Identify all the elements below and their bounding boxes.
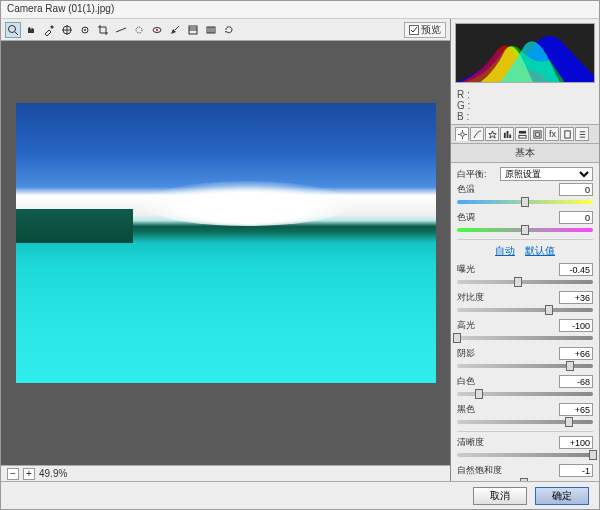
tab-split[interactable] [515,127,529,141]
prefs-icon[interactable] [203,22,219,38]
slider-shadows: 阴影 [457,347,593,371]
slider-exposure: 曝光 [457,263,593,287]
slider-label: 阴影 [457,347,475,360]
top-toolbar: 预览 [1,19,450,41]
svg-rect-26 [503,132,505,137]
svg-line-12 [175,26,179,30]
footer: 取消 确定 [1,481,599,509]
svg-text:fx: fx [548,130,556,139]
preview-toggle[interactable]: 预览 [404,22,446,38]
slider-label: 自然饱和度 [457,464,502,477]
slider-label: 曝光 [457,263,475,276]
slider-contrast: 对比度 [457,291,593,315]
crop-tool-icon[interactable] [95,22,111,38]
svg-rect-29 [518,130,525,133]
panel-title: 基本 [451,144,599,163]
tab-hsl[interactable] [500,127,514,141]
targeted-adjust-icon[interactable] [77,22,93,38]
slider-track[interactable] [457,277,593,287]
slider-value-input[interactable] [559,291,593,304]
svg-rect-28 [509,134,511,138]
color-sampler-icon[interactable] [59,22,75,38]
cancel-button[interactable]: 取消 [473,487,527,505]
tab-basic[interactable] [455,127,469,141]
panel-tabs: fx [451,124,599,144]
zoom-in-button[interactable]: + [23,468,35,480]
tab-detail[interactable] [485,127,499,141]
slider-track[interactable] [457,417,593,427]
svg-point-0 [9,25,16,32]
slider-track[interactable] [457,305,593,315]
svg-point-7 [84,29,86,31]
window-title: Camera Raw (01(1).jpg) [1,1,599,19]
rotate-icon[interactable] [221,22,237,38]
slider-label: 色温 [457,183,475,196]
straighten-tool-icon[interactable] [113,22,129,38]
slider-value-input[interactable] [559,403,593,416]
slider-thumb[interactable] [475,389,483,399]
status-bar: − + 49.9% [1,465,450,481]
slider-thumb[interactable] [565,417,573,427]
slider-value-input[interactable] [559,464,593,477]
slider-vibrance: 自然饱和度 [457,464,593,481]
slider-track[interactable] [457,361,593,371]
svg-point-9 [136,27,142,33]
photo-preview [16,103,436,383]
tab-lens[interactable] [530,127,544,141]
slider-thumb[interactable] [566,361,574,371]
image-canvas[interactable] [1,41,450,465]
wb-select[interactable]: 原照设置 [500,167,593,181]
slider-label: 黑色 [457,403,475,416]
slider-thumb[interactable] [520,478,528,481]
auto-link[interactable]: 自动 [495,244,515,258]
slider-value-input[interactable] [559,347,593,360]
slider-thumb[interactable] [453,333,461,343]
slider-temp: 色温 [457,183,593,207]
tab-curve[interactable] [470,127,484,141]
slider-track[interactable] [457,225,593,235]
svg-rect-31 [533,130,540,137]
tab-cal[interactable] [560,127,574,141]
slider-track[interactable] [457,197,593,207]
slider-thumb[interactable] [545,305,553,315]
slider-track[interactable] [457,389,593,399]
default-link[interactable]: 默认值 [525,244,555,258]
slider-whites: 白色 [457,375,593,399]
slider-highlights: 高光 [457,319,593,343]
hand-tool-icon[interactable] [23,22,39,38]
ok-button[interactable]: 确定 [535,487,589,505]
slider-thumb[interactable] [521,225,529,235]
zoom-out-button[interactable]: − [7,468,19,480]
slider-thumb[interactable] [514,277,522,287]
svg-rect-30 [518,135,525,138]
svg-rect-32 [535,132,539,136]
slider-track[interactable] [457,478,593,481]
tab-preset[interactable] [575,127,589,141]
slider-track[interactable] [457,450,593,460]
slider-blacks: 黑色 [457,403,593,427]
zoom-level: 49.9% [39,468,67,479]
slider-clarity: 清晰度 [457,436,593,460]
slider-value-input[interactable] [559,375,593,388]
slider-thumb[interactable] [521,197,529,207]
histogram[interactable] [455,23,595,83]
slider-label: 白色 [457,375,475,388]
slider-value-input[interactable] [559,211,593,224]
slider-thumb[interactable] [589,450,597,460]
slider-label: 对比度 [457,291,484,304]
spot-removal-icon[interactable] [131,22,147,38]
slider-label: 色调 [457,211,475,224]
slider-value-input[interactable] [559,319,593,332]
wb-eyedropper-icon[interactable] [41,22,57,38]
grad-filter-icon[interactable] [185,22,201,38]
slider-value-input[interactable] [559,436,593,449]
svg-point-11 [156,29,158,31]
tab-fx[interactable]: fx [545,127,559,141]
slider-track[interactable] [457,333,593,343]
redeye-tool-icon[interactable] [149,22,165,38]
zoom-tool-icon[interactable] [5,22,21,38]
slider-value-input[interactable] [559,183,593,196]
slider-value-input[interactable] [559,263,593,276]
rgb-readout: R :G :B : [451,87,599,124]
adjust-brush-icon[interactable] [167,22,183,38]
